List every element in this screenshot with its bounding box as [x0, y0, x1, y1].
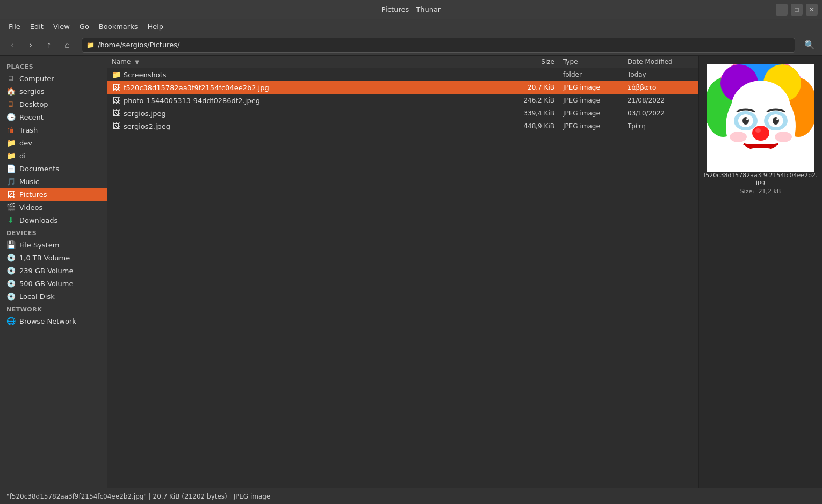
recent-icon: 🕒: [6, 113, 15, 121]
file-type-sergios: JPEG image: [554, 109, 619, 117]
svg-point-17: [752, 126, 769, 141]
sidebar-item-computer[interactable]: 🖥 Computer: [0, 72, 107, 85]
sidebar-item-videos[interactable]: 🎬 Videos: [0, 201, 107, 214]
sidebar-item-di[interactable]: 📁 di: [0, 149, 107, 162]
preview-size: Size: 21,2 kB: [740, 188, 781, 195]
menu-bookmarks[interactable]: Bookmarks: [95, 21, 142, 32]
sidebar-item-label-videos: Videos: [19, 203, 42, 211]
clown-svg: [707, 64, 814, 172]
network-label: Network: [0, 303, 107, 315]
sidebar-item-label-music: Music: [19, 178, 39, 186]
sidebar-item-label-browse-network: Browse Network: [19, 317, 76, 325]
preview-filename: f520c38d15782aa3f9f2154fc04ee2b2.jpg: [703, 172, 818, 186]
menu-help[interactable]: Help: [143, 21, 168, 32]
sidebar-item-label-pictures: Pictures: [19, 191, 47, 199]
file-area: Name ▼ Size Type Date Modified 📁 Screens…: [107, 56, 698, 488]
maximize-button[interactable]: □: [791, 4, 803, 16]
file-type-screenshots: folder: [554, 71, 619, 78]
minimize-button[interactable]: –: [776, 4, 788, 16]
sidebar-item-music[interactable]: 🎵 Music: [0, 175, 107, 188]
back-button[interactable]: ‹: [4, 37, 20, 53]
toolbar: ‹ › ↑ ⌂ 📁 /home/sergios/Pictures/ 🔍: [0, 34, 822, 56]
file-date-screenshots: Today: [619, 71, 694, 78]
table-row[interactable]: 🖼 f520c38d15782aa3f9f2154fc04ee2b2.jpg 2…: [107, 81, 698, 94]
svg-point-19: [730, 132, 747, 142]
sidebar-item-pictures[interactable]: 🖼 Pictures: [0, 188, 107, 201]
table-row[interactable]: 🖼 sergios.jpeg 339,4 KiB JPEG image 03/1…: [107, 107, 698, 120]
sidebar-item-trash[interactable]: 🗑 Trash: [0, 123, 107, 136]
dev-folder-icon: 📁: [6, 138, 15, 147]
documents-icon: 📄: [6, 164, 15, 173]
file-date-sergios: 03/10/2022: [619, 109, 694, 117]
file-name-sergios2: 🖼 sergios2.jpeg: [112, 122, 506, 130]
image-icon: 🖼: [112, 83, 120, 92]
sort-arrow: ▼: [135, 59, 139, 65]
close-button[interactable]: ✕: [806, 4, 818, 16]
sidebar-item-documents[interactable]: 📄 Documents: [0, 162, 107, 175]
desktop-icon: 🖥: [6, 100, 15, 108]
file-name-photo: 🖼 photo-1544005313-94ddf0286df2.jpeg: [112, 96, 506, 105]
sidebar-item-label-239gb: 239 GB Volume: [19, 267, 73, 275]
file-table-header: Name ▼ Size Type Date Modified: [107, 56, 698, 68]
browse-network-icon: 🌐: [6, 317, 15, 325]
search-button[interactable]: 🔍: [802, 37, 818, 53]
sidebar-item-filesystem[interactable]: 💾 File System: [0, 238, 107, 251]
filesystem-icon: 💾: [6, 240, 15, 249]
col-header-name[interactable]: Name ▼: [112, 58, 506, 65]
menu-go[interactable]: Go: [75, 21, 93, 32]
table-row[interactable]: 🖼 photo-1544005313-94ddf0286df2.jpeg 246…: [107, 94, 698, 107]
sidebar-item-label-500gb: 500 GB Volume: [19, 280, 73, 288]
sidebar-item-sergios[interactable]: 🏠 sergios: [0, 85, 107, 98]
sidebar-item-label-filesystem: File System: [19, 241, 59, 249]
sidebar-item-label-di: di: [19, 152, 26, 160]
col-header-type[interactable]: Type: [554, 58, 619, 65]
sidebar-item-239gb[interactable]: 💿 239 GB Volume: [0, 264, 107, 277]
sidebar-item-1tb[interactable]: 💿 1,0 TB Volume: [0, 251, 107, 264]
file-type-sergios2: JPEG image: [554, 122, 619, 130]
sidebar-item-label-trash: Trash: [19, 126, 38, 134]
sidebar-item-label-sergios: sergios: [19, 87, 44, 96]
statusbar: "f520c38d15782aa3f9f2154fc04ee2b2.jpg" |…: [0, 488, 822, 504]
menu-file[interactable]: File: [4, 21, 25, 32]
folder-icon: 📁: [112, 70, 120, 79]
sidebar-item-label-documents: Documents: [19, 165, 59, 173]
up-button[interactable]: ↑: [41, 37, 57, 53]
sidebar-item-500gb[interactable]: 💿 500 GB Volume: [0, 277, 107, 290]
sidebar-item-downloads[interactable]: ⬇ Downloads: [0, 214, 107, 227]
sidebar-item-label-desktop: Desktop: [19, 100, 48, 108]
image-icon: 🖼: [112, 122, 120, 130]
sidebar-item-label-computer: Computer: [19, 75, 54, 83]
videos-icon: 🎬: [6, 203, 15, 211]
file-size-sergios: 339,4 KiB: [506, 109, 554, 117]
sidebar-item-localdisk[interactable]: 💿 Local Disk: [0, 290, 107, 303]
sidebar-item-label-downloads: Downloads: [19, 216, 57, 224]
menu-view[interactable]: View: [49, 21, 74, 32]
file-name-screenshots: 📁 Screenshots: [112, 70, 506, 79]
file-list: 📁 Screenshots folder Today 🖼 f520c38d157…: [107, 68, 698, 488]
pictures-icon: 🖼: [6, 190, 15, 199]
table-row[interactable]: 🖼 sergios2.jpeg 448,9 KiB JPEG image Τρί…: [107, 120, 698, 133]
home-button[interactable]: ⌂: [59, 37, 75, 53]
sidebar-item-dev[interactable]: 📁 dev: [0, 136, 107, 149]
svg-point-16: [776, 118, 778, 120]
downloads-icon: ⬇: [6, 216, 15, 224]
sidebar-item-desktop[interactable]: 🖥 Desktop: [0, 98, 107, 111]
address-icon: 📁: [86, 41, 95, 49]
file-name-f520: 🖼 f520c38d15782aa3f9f2154fc04ee2b2.jpg: [112, 83, 506, 92]
file-date-sergios2: Τρίτη: [619, 122, 694, 130]
svg-point-20: [775, 132, 792, 142]
address-bar[interactable]: 📁 /home/sergios/Pictures/: [82, 38, 795, 53]
file-date-f520: Σάββατο: [619, 84, 694, 91]
sidebar-item-label-recent: Recent: [19, 113, 44, 121]
volume-239gb-icon: 💿: [6, 266, 15, 275]
sidebar-item-recent[interactable]: 🕒 Recent: [0, 111, 107, 123]
forward-button[interactable]: ›: [23, 37, 39, 53]
sidebar-item-browse-network[interactable]: 🌐 Browse Network: [0, 315, 107, 327]
places-label: Places: [0, 60, 107, 72]
table-row[interactable]: 📁 Screenshots folder Today: [107, 68, 698, 81]
volume-1tb-icon: 💿: [6, 253, 15, 262]
col-header-date[interactable]: Date Modified: [619, 58, 694, 65]
status-text: "f520c38d15782aa3f9f2154fc04ee2b2.jpg" |…: [6, 493, 270, 500]
col-header-size[interactable]: Size: [506, 58, 554, 65]
menu-edit[interactable]: Edit: [26, 21, 48, 32]
